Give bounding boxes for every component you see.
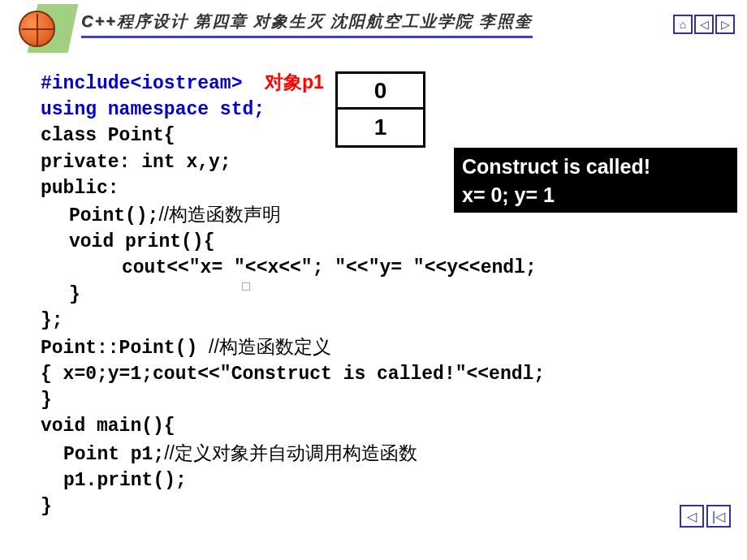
code-line: { x=0;y=1;cout<<"Construct is called!"<<…	[41, 361, 545, 387]
page-marker	[242, 282, 250, 291]
code-block: #include<iostream> 对象p1 using namespace …	[41, 69, 545, 519]
title-text: 程序设计 第四章 对象生灭 沈阳航空工业学院 李照奎	[117, 12, 533, 30]
bottom-nav: ◁ |◁	[680, 505, 731, 528]
code-line: p1.print();	[41, 467, 545, 493]
output-line: x= 0; y= 1	[462, 181, 729, 209]
code-line: using namespace std;	[41, 97, 545, 123]
prev-icon[interactable]: ◁	[694, 15, 714, 34]
code-line: void print(){	[41, 229, 545, 255]
logo	[12, 4, 73, 57]
code-line: }	[41, 493, 545, 519]
first-slide-icon[interactable]: |◁	[706, 505, 731, 528]
code-line: }	[41, 282, 545, 308]
code-line: cout<<"x= "<<x<<"; "<<"y= "<<y<<endl;	[41, 255, 545, 281]
slide-header: C++程序设计 第四章 对象生灭 沈阳航空工业学院 李照奎 ⌂ ◁ ▷	[0, 0, 747, 49]
code-line: Point::Point() //构造函数定义	[41, 334, 545, 361]
slide-title: C++程序设计 第四章 对象生灭 沈阳航空工业学院 李照奎	[81, 11, 533, 38]
value-x: 0	[338, 74, 423, 110]
code-line: };	[41, 308, 545, 334]
object-values-box: 0 1	[335, 71, 425, 148]
home-icon[interactable]: ⌂	[673, 15, 693, 34]
prev-slide-icon[interactable]: ◁	[680, 505, 704, 528]
cpp-text: C++	[81, 12, 117, 31]
code-line: class Point{	[41, 123, 545, 149]
code-line: }	[41, 387, 545, 413]
code-line: void main(){	[41, 413, 545, 439]
code-line: Point p1;//定义对象并自动调用构造函数	[41, 440, 545, 467]
value-y: 1	[338, 110, 423, 145]
next-icon[interactable]: ▷	[715, 15, 735, 34]
code-line: #include<iostream> 对象p1	[41, 69, 545, 97]
console-output: Construct is called! x= 0; y= 1	[454, 148, 737, 213]
output-line: Construct is called!	[462, 153, 729, 181]
basketball-icon	[19, 11, 55, 47]
top-nav: ⌂ ◁ ▷	[673, 15, 735, 34]
